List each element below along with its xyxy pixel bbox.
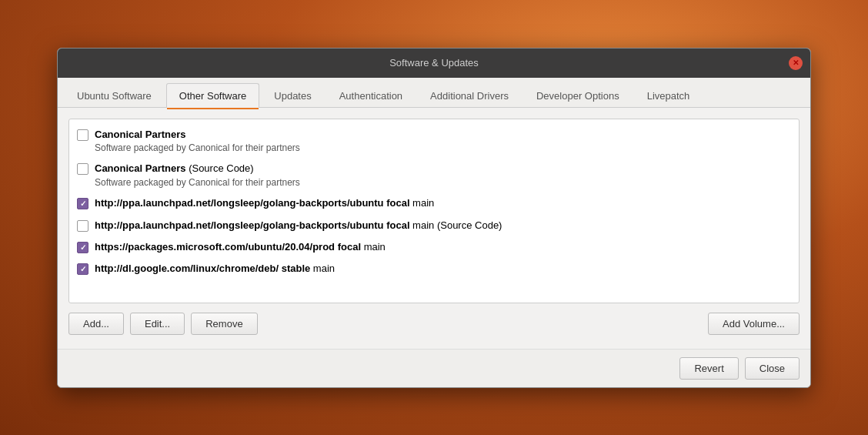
checkbox-canonical-partners[interactable] xyxy=(77,129,88,141)
checkbox-canonical-partners-source[interactable] xyxy=(77,163,88,175)
main-content: Canonical Partners Software packaged by … xyxy=(58,108,810,349)
left-button-group: Add... Edit... Remove xyxy=(68,313,258,335)
tab-additional-drivers[interactable]: Additional Drivers xyxy=(417,83,522,108)
repo-desc: Software packaged by Canonical for their… xyxy=(95,176,791,189)
checkbox-icon[interactable] xyxy=(77,198,88,209)
checkbox-golang-backports[interactable] xyxy=(77,198,88,209)
tab-developer-options[interactable]: Developer Options xyxy=(523,83,633,108)
repo-text-microsoft-prod: https://packages.microsoft.com/ubuntu/20… xyxy=(95,240,791,254)
repo-text-google-chrome: http://dl.google.com/linux/chrome/deb/ s… xyxy=(95,262,791,276)
repo-text-canonical-partners: Canonical Partners Software packaged by … xyxy=(95,128,791,155)
repo-url-suffix: main xyxy=(410,197,435,209)
list-item[interactable]: http://ppa.launchpad.net/longsleep/golan… xyxy=(69,215,799,236)
list-item[interactable]: http://dl.google.com/linux/chrome/deb/ s… xyxy=(69,258,799,279)
software-updates-dialog: Software & Updates ✕ Ubuntu Software Oth… xyxy=(57,48,811,388)
tab-updates[interactable]: Updates xyxy=(261,83,324,108)
dialog-title: Software & Updates xyxy=(79,57,789,69)
tab-authentication[interactable]: Authentication xyxy=(326,83,416,108)
tab-other-software[interactable]: Other Software xyxy=(166,83,259,108)
add-volume-button[interactable]: Add Volume... xyxy=(708,313,800,335)
repo-desc: Software packaged by Canonical for their… xyxy=(95,142,791,155)
add-button[interactable]: Add... xyxy=(68,313,124,335)
checkbox-icon[interactable] xyxy=(77,242,88,253)
repo-text-canonical-partners-source: Canonical Partners (Source Code) Softwar… xyxy=(95,162,791,189)
repo-url-suffix: main (Source Code) xyxy=(410,219,502,231)
repo-text-golang-backports: http://ppa.launchpad.net/longsleep/golan… xyxy=(95,196,791,210)
repo-text-golang-backports-source: http://ppa.launchpad.net/longsleep/golan… xyxy=(95,219,791,233)
checkbox-icon[interactable] xyxy=(77,163,88,175)
checkbox-icon[interactable] xyxy=(77,129,88,141)
list-item[interactable]: http://ppa.launchpad.net/longsleep/golan… xyxy=(69,192,799,214)
list-item[interactable]: Canonical Partners (Source Code) Softwar… xyxy=(69,158,799,192)
checkbox-microsoft-prod[interactable] xyxy=(77,242,88,253)
tab-ubuntu-software[interactable]: Ubuntu Software xyxy=(64,83,165,108)
repo-name: Canonical Partners xyxy=(95,162,186,174)
dialog-footer: Revert Close xyxy=(58,349,810,387)
repo-url-bold: http://dl.google.com/linux/chrome/deb/ s… xyxy=(95,263,310,274)
close-window-button[interactable]: ✕ xyxy=(789,56,803,70)
repo-url-suffix: main xyxy=(310,263,335,274)
remove-button[interactable]: Remove xyxy=(191,313,257,335)
edit-button[interactable]: Edit... xyxy=(130,313,185,335)
repo-url-bold: http://ppa.launchpad.net/longsleep/golan… xyxy=(95,197,410,209)
close-button[interactable]: Close xyxy=(745,357,800,380)
repo-url-bold: https://packages.microsoft.com/ubuntu/20… xyxy=(95,241,361,253)
repo-name-suffix: (Source Code) xyxy=(189,162,254,174)
checkbox-google-chrome[interactable] xyxy=(77,263,88,275)
titlebar: Software & Updates ✕ xyxy=(58,49,810,78)
list-item[interactable]: Canonical Partners Software packaged by … xyxy=(69,124,799,159)
checkbox-golang-backports-source[interactable] xyxy=(77,220,88,232)
bottom-buttons: Add... Edit... Remove Add Volume... xyxy=(68,313,800,338)
close-icon: ✕ xyxy=(793,59,799,67)
list-item[interactable]: https://packages.microsoft.com/ubuntu/20… xyxy=(69,236,799,258)
tab-bar: Ubuntu Software Other Software Updates A… xyxy=(58,78,810,108)
tab-livepatch[interactable]: Livepatch xyxy=(634,83,703,108)
checkbox-icon[interactable] xyxy=(77,263,88,275)
repo-name: Canonical Partners xyxy=(95,129,186,140)
checkbox-icon[interactable] xyxy=(77,220,88,232)
repository-list: Canonical Partners Software packaged by … xyxy=(68,119,800,303)
repo-url-bold: http://ppa.launchpad.net/longsleep/golan… xyxy=(95,219,410,231)
repo-url-suffix: main xyxy=(361,241,386,253)
revert-button[interactable]: Revert xyxy=(679,357,738,380)
